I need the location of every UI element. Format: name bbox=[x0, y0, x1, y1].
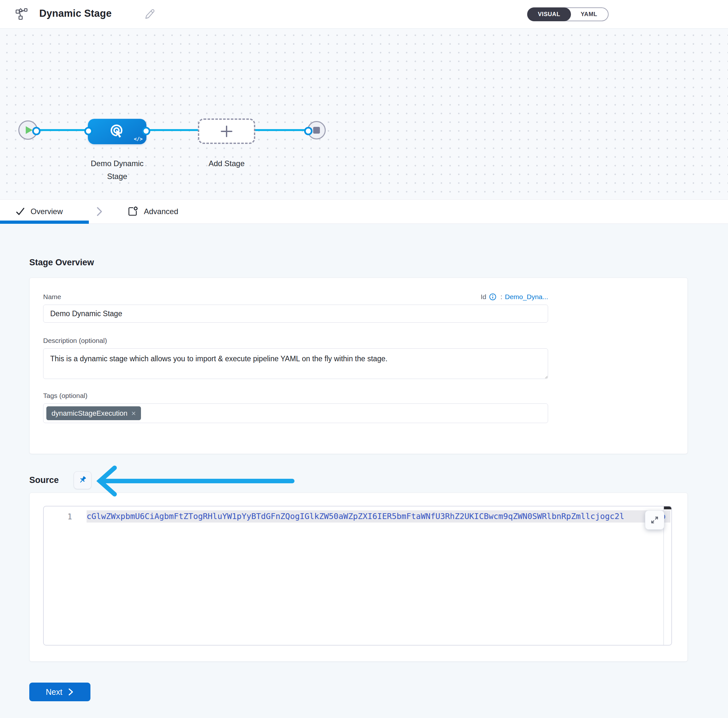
name-label: Name bbox=[43, 293, 61, 301]
minimap-line-mark bbox=[664, 507, 672, 509]
end-node-port[interactable] bbox=[304, 127, 312, 135]
id-colon: : bbox=[500, 293, 502, 301]
stage-node-in-port[interactable] bbox=[84, 127, 93, 135]
stage-node-label: Demo Dynamic Stage bbox=[82, 157, 153, 183]
expand-arrows-icon bbox=[650, 516, 659, 525]
chevron-right-icon bbox=[95, 206, 104, 217]
add-stage-node[interactable] bbox=[198, 118, 255, 144]
stage-overview-card: Name Id : Demo_Dyna... Description (opti… bbox=[29, 277, 688, 454]
tags-label: Tags (optional) bbox=[43, 392, 687, 400]
line-number: 1 bbox=[61, 511, 72, 522]
plus-icon bbox=[220, 124, 234, 138]
pin-button[interactable] bbox=[74, 472, 92, 489]
annotation-arrow-left bbox=[95, 465, 297, 497]
expand-editor-button[interactable] bbox=[645, 510, 664, 530]
description-label: Description (optional) bbox=[43, 337, 687, 344]
chevron-right-icon bbox=[67, 688, 74, 696]
info-icon[interactable] bbox=[489, 293, 497, 301]
tab-overview-label: Overview bbox=[31, 207, 63, 216]
toggle-yaml-button[interactable]: YAML bbox=[570, 8, 608, 21]
toggle-visual-button[interactable]: VISUAL bbox=[527, 8, 571, 21]
pipeline-connector-line bbox=[35, 129, 309, 131]
stage-node-out-port[interactable] bbox=[142, 127, 150, 135]
stage-graph-icon bbox=[15, 7, 29, 21]
tag-chip: dynamicStageExecution × bbox=[46, 406, 141, 420]
edit-pencil-icon[interactable] bbox=[144, 8, 155, 19]
visual-yaml-toggle: VISUAL YAML bbox=[527, 8, 609, 21]
pushpin-icon bbox=[78, 475, 87, 485]
tag-chip-label: dynamicStageExecution bbox=[52, 409, 127, 418]
code-badge-icon: </> bbox=[134, 136, 142, 142]
source-card: 1 cGlwZWxpbmU6CiAgbmFtZTogRHluYW1pYyBTdG… bbox=[29, 493, 688, 662]
stage-tabs: Overview Advanced bbox=[0, 200, 728, 224]
next-button-label: Next bbox=[46, 687, 62, 697]
advanced-config-icon bbox=[127, 206, 138, 217]
code-text-start: cGlwZWxpbmU6CiAgbmFtZTogRHluYW1pYyBTdGFn… bbox=[87, 511, 624, 521]
add-stage-label: Add Stage bbox=[194, 157, 259, 170]
tab-advanced-label: Advanced bbox=[144, 207, 178, 216]
code-line: cGlwZWxpbmU6CiAgbmFtZTogRHluYW1pYyBTdGFn… bbox=[87, 510, 670, 522]
stage-overview-heading: Stage Overview bbox=[29, 257, 94, 268]
tab-overview[interactable]: Overview bbox=[15, 200, 63, 224]
header-bar: Dynamic Stage VISUAL YAML bbox=[0, 0, 728, 29]
next-button[interactable]: Next bbox=[29, 683, 90, 701]
stop-icon bbox=[313, 127, 320, 134]
id-value-link[interactable]: Demo_Dyna... bbox=[505, 293, 548, 301]
source-heading: Source bbox=[29, 475, 59, 485]
pipeline-canvas[interactable]: </> Demo Dynamic Stage Add Stage bbox=[0, 29, 728, 200]
code-editor[interactable]: 1 cGlwZWxpbmU6CiAgbmFtZTogRHluYW1pYyBTdG… bbox=[43, 506, 672, 646]
tags-input[interactable]: dynamicStageExecution × bbox=[43, 403, 548, 423]
id-label: Id bbox=[480, 293, 486, 301]
tab-advanced[interactable]: Advanced bbox=[127, 200, 178, 224]
start-node-port[interactable] bbox=[32, 127, 41, 135]
name-input[interactable] bbox=[43, 305, 548, 323]
stage-node-demo-dynamic-stage[interactable]: </> bbox=[88, 119, 147, 144]
check-icon bbox=[15, 207, 25, 216]
play-icon bbox=[26, 126, 32, 134]
tag-remove-icon[interactable]: × bbox=[131, 410, 136, 417]
page-title: Dynamic Stage bbox=[39, 8, 112, 19]
active-tab-underline bbox=[0, 220, 89, 224]
description-textarea[interactable]: This is a dynamic stage which allows you… bbox=[43, 348, 548, 379]
